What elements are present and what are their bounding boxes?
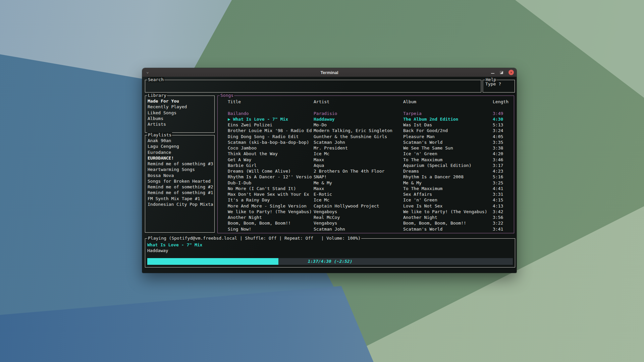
song-row[interactable]: ▶ What Is Love - 7" MixHaddawayThe Album… <box>228 116 514 122</box>
song-length: 3:31 <box>493 191 514 197</box>
list-item[interactable]: Albums <box>148 116 214 121</box>
list-item[interactable]: Remind me of something #3 <box>148 161 214 167</box>
list-item[interactable]: Recently Played <box>148 104 214 110</box>
song-title: Bailando <box>228 111 314 116</box>
song-album: Scatman's World <box>403 139 493 145</box>
close-icon[interactable]: ✕ <box>508 70 514 75</box>
song-album: To The Maxximum <box>403 157 493 163</box>
list-item[interactable]: Artists <box>148 121 214 127</box>
song-row[interactable]: Sing Now!Scatman JohnScatman's World3:41 <box>228 226 514 232</box>
list-item[interactable]: Indonesian City Pop Mixta <box>148 201 214 207</box>
song-artist: Me & My <box>314 180 403 186</box>
list-item[interactable]: Bossa Nova <box>148 173 214 178</box>
song-row[interactable]: BailandoParadisioTarpeia3:49 <box>228 111 514 116</box>
song-length: 3:24 <box>493 128 514 133</box>
song-length: 3:38 <box>493 145 514 151</box>
song-length: 4:30 <box>493 116 514 122</box>
song-row[interactable]: Coco JambooMr. PresidentWe See The Same … <box>228 145 514 151</box>
song-length: 4:05 <box>493 134 514 139</box>
window-title: Terminal <box>142 70 517 75</box>
now-playing-title: What Is Love - 7" Mix <box>147 242 513 248</box>
terminal-content: Search Help Type ? Library Made For YouR… <box>142 77 517 273</box>
song-title: Eins Zwei Polizei <box>228 122 314 128</box>
song-row[interactable]: Scatman (ski-ba-bop-ba-dop-bop)Scatman J… <box>228 139 514 145</box>
song-length: 5:13 <box>493 122 514 128</box>
song-row[interactable]: Dreams (Will Come Alive)2 Brothers On Th… <box>228 168 514 174</box>
list-item[interactable]: Lagu Cengeng <box>148 143 214 149</box>
column-header-album: Album <box>403 99 493 105</box>
progress-label: 1:37/4:30 (-2:52) <box>147 258 513 265</box>
song-title: Think About the Way <box>228 151 314 157</box>
song-artist: Gunther & the Sunshine Girls <box>314 134 403 139</box>
progress-bar[interactable]: 1:37/4:30 (-2:52) <box>147 258 513 265</box>
song-artist: Maxx <box>314 186 403 191</box>
song-artist: Ice Mc <box>314 151 403 157</box>
song-row[interactable]: More And More - Single VersionCaptain Ho… <box>228 203 514 209</box>
list-item[interactable]: Heartwarming Songs <box>148 167 214 172</box>
song-length: 3:56 <box>493 215 514 220</box>
song-length: 3:22 <box>493 220 514 226</box>
song-title: Brother Louie Mix '98 - Radio Ed <box>228 128 314 133</box>
list-item[interactable]: Songs for Broken Hearted <box>148 178 214 184</box>
song-album: Scatman's World <box>403 226 493 232</box>
list-item[interactable]: EURODANCE! <box>148 155 214 161</box>
song-album: Love Is Not Sex <box>403 203 493 209</box>
help-box-label: Help <box>485 77 497 82</box>
song-album: Dreams <box>403 168 493 174</box>
song-album: Ice 'n' Green <box>403 197 493 203</box>
column-header-artist: Artist <box>314 99 403 105</box>
song-album: Pleasure Man <box>403 134 493 139</box>
song-row[interactable]: Think About the WayIce McIce 'n' Green4:… <box>228 151 514 157</box>
list-item[interactable]: Remind me of something #2 <box>148 184 214 190</box>
playlists-panel-label: Playlists <box>147 132 172 137</box>
song-row[interactable]: Ding Dong Song - Radio EditGunther & the… <box>228 134 514 139</box>
song-row[interactable]: Dub-I-DubMe & MyMe & My3:25 <box>228 180 514 186</box>
maximize-icon[interactable] <box>500 71 503 74</box>
song-title: More And More - Single Version <box>228 203 314 209</box>
list-item[interactable]: Made For You <box>148 98 214 104</box>
song-row[interactable]: Eins Zwei PolizeiMo-DoWas Ist Das5:13 <box>228 122 514 128</box>
song-title: It's a Rainy Day <box>228 197 314 203</box>
song-title: Get A Way <box>228 157 314 163</box>
playing-panel: Playing (Spotifyd@vm.freebsd.local | Shu… <box>145 238 515 267</box>
song-length: 4:20 <box>493 151 514 157</box>
song-artist: E-Rotic <box>314 191 403 197</box>
song-row[interactable]: Boom, Boom, Boom, Boom!!VengaboysBoom, B… <box>228 220 514 226</box>
song-row[interactable]: Brother Louie Mix '98 - Radio EdModern T… <box>228 128 514 133</box>
song-length: 4:13 <box>493 203 514 209</box>
song-artist: 2 Brothers On The 4th Floor <box>314 168 403 174</box>
song-row[interactable]: Get A WayMaxxTo The Maxximum3:46 <box>228 157 514 163</box>
song-length: 3:46 <box>493 157 514 163</box>
song-row[interactable]: Barbie GirlAquaAquarium (Special Edition… <box>228 163 514 168</box>
song-title: Max Don't Have Sex with Your Ex <box>228 191 314 197</box>
song-artist: Aqua <box>314 163 403 168</box>
song-album: Sex Affairs <box>403 191 493 197</box>
list-item[interactable]: Remind me of something #1 <box>148 190 214 195</box>
song-row[interactable]: Rhythm Is A Dancer - 12'' VersioSNAP!Rhy… <box>228 174 514 180</box>
list-item[interactable]: Liked Songs <box>148 110 214 116</box>
song-length: 3:42 <box>493 209 514 215</box>
song-album: The Album 2nd Edition <box>403 116 493 122</box>
list-item[interactable]: Eurodance <box>148 149 214 155</box>
song-title: We like to Party! (The Vengabus) <box>228 209 314 215</box>
playing-panel-label: Playing (Spotifyd@vm.freebsd.local | Shu… <box>147 236 361 241</box>
song-artist: Maxx <box>314 157 403 163</box>
song-artist: Mr. President <box>314 145 403 151</box>
songs-table: BailandoParadisioTarpeia3:49▶ What Is Lo… <box>228 111 514 232</box>
titlebar[interactable]: ⌄ Terminal ✕ <box>142 68 517 77</box>
song-length: 3:17 <box>493 163 514 168</box>
song-row[interactable]: Another NightReal McCoyAnother Night3:56 <box>228 215 514 220</box>
song-row[interactable]: We like to Party! (The Vengabus)Vengaboy… <box>228 209 514 215</box>
search-input[interactable]: Search <box>145 80 481 93</box>
list-item[interactable]: Anak 90an <box>148 138 214 143</box>
song-row[interactable]: Max Don't Have Sex with Your ExE-RoticSe… <box>228 191 514 197</box>
minimize-icon[interactable] <box>491 73 494 74</box>
song-artist: Haddaway <box>314 116 403 122</box>
list-item[interactable]: FM Synth Mix Tape #1 <box>148 196 214 201</box>
song-title: ▶ What Is Love - 7" Mix <box>228 116 314 122</box>
song-artist: Captain Hollywood Project <box>314 203 403 209</box>
song-row[interactable]: No More (I Can't Stand It)MaxxTo The Max… <box>228 186 514 191</box>
help-box: Help Type ? <box>483 80 515 93</box>
song-row[interactable]: It's a Rainy DayIce McIce 'n' Green4:15 <box>228 197 514 203</box>
song-album: We like to Party! (The Vengabus) <box>403 209 493 215</box>
